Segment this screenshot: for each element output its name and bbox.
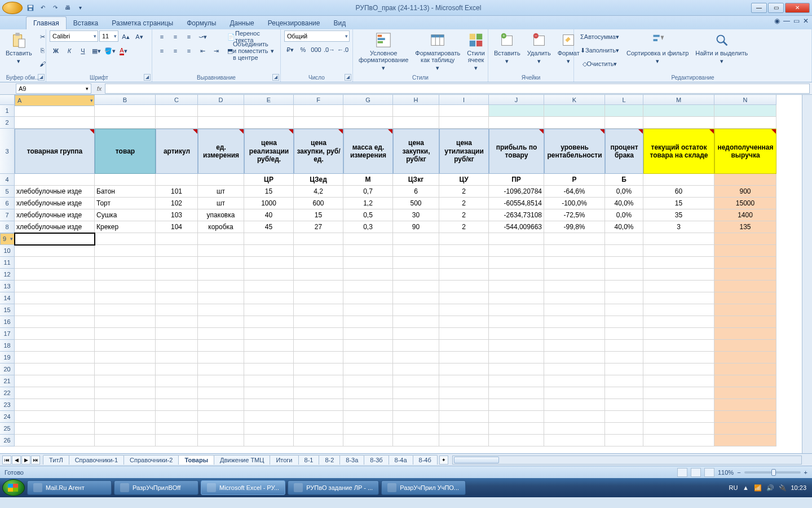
cell-K26[interactable]: [544, 435, 605, 446]
col-header-N[interactable]: N: [714, 95, 776, 104]
cell-K6[interactable]: -100,0%: [544, 198, 605, 209]
cell-L19[interactable]: [605, 352, 643, 364]
taskbar-item-2[interactable]: Microsoft Excel - РУ...: [201, 480, 285, 495]
row-header-16[interactable]: 16: [0, 316, 15, 328]
cell-G4[interactable]: М: [343, 174, 393, 186]
row-header-24[interactable]: 24: [0, 411, 15, 423]
italic-button[interactable]: К: [63, 45, 76, 57]
cell-G17[interactable]: [343, 328, 393, 340]
col-header-L[interactable]: L: [605, 95, 643, 104]
cell-J15[interactable]: [489, 304, 544, 316]
cell-H18[interactable]: [393, 340, 439, 352]
cell-M3[interactable]: текущий остаток товара на складе: [643, 129, 714, 174]
cell-F17[interactable]: [294, 328, 343, 340]
cell-H14[interactable]: [393, 292, 439, 304]
cell-J14[interactable]: [489, 292, 544, 304]
cell-A4[interactable]: [15, 174, 95, 186]
cell-C25[interactable]: [156, 423, 198, 435]
cell-C1[interactable]: [156, 105, 198, 117]
font-name-select[interactable]: Calibri: [50, 30, 98, 42]
cell-G10[interactable]: [343, 245, 393, 257]
cell-L6[interactable]: 40,0%: [605, 198, 643, 209]
cell-L7[interactable]: 0,0%: [605, 209, 643, 221]
cell-N8[interactable]: 135: [714, 221, 776, 233]
cell-J25[interactable]: [489, 423, 544, 435]
cell-styles-button[interactable]: Стили ячеек▾: [465, 30, 487, 72]
cell-F13[interactable]: [294, 281, 343, 292]
row-header-21[interactable]: 21: [0, 375, 15, 387]
zoom-in-icon[interactable]: +: [804, 469, 807, 476]
cell-I22[interactable]: [439, 387, 489, 399]
cell-J12[interactable]: [489, 269, 544, 281]
cell-M12[interactable]: [643, 269, 714, 281]
clear-button[interactable]: ◇ Очистить ▾: [577, 58, 622, 70]
col-header-E[interactable]: E: [244, 95, 294, 104]
cell-C18[interactable]: [156, 340, 198, 352]
cell-F11[interactable]: [294, 257, 343, 269]
cell-D22[interactable]: [198, 387, 244, 399]
close-doc-icon[interactable]: ✕: [803, 17, 809, 25]
cell-A15[interactable]: [15, 304, 95, 316]
cell-N23[interactable]: [714, 399, 776, 411]
cell-L26[interactable]: [605, 435, 643, 446]
maximize-button[interactable]: ▭: [768, 3, 784, 13]
cell-J22[interactable]: [489, 387, 544, 399]
cell-M11[interactable]: [643, 257, 714, 269]
cell-D16[interactable]: [198, 316, 244, 328]
cell-H13[interactable]: [393, 281, 439, 292]
taskbar-item-3[interactable]: РУПвО задание ЛР - ...: [288, 480, 379, 495]
cell-N4[interactable]: [714, 174, 776, 186]
cell-M1[interactable]: [643, 105, 714, 117]
office-button[interactable]: [2, 2, 23, 14]
cell-M5[interactable]: 60: [643, 186, 714, 198]
cell-M4[interactable]: [643, 174, 714, 186]
cell-F4[interactable]: ЦЗед: [294, 174, 343, 186]
cell-D4[interactable]: [198, 174, 244, 186]
cell-N14[interactable]: [714, 292, 776, 304]
border-icon[interactable]: ▦▾: [90, 45, 103, 57]
cell-G11[interactable]: [343, 257, 393, 269]
cell-D25[interactable]: [198, 423, 244, 435]
col-header-B[interactable]: B: [95, 95, 156, 104]
cell-F21[interactable]: [294, 375, 343, 387]
cell-G9[interactable]: [343, 233, 393, 245]
cell-A16[interactable]: [15, 316, 95, 328]
cell-D17[interactable]: [198, 328, 244, 340]
cell-G7[interactable]: 0,5: [343, 209, 393, 221]
cell-J18[interactable]: [489, 340, 544, 352]
cell-M21[interactable]: [643, 375, 714, 387]
paste-button[interactable]: Вставить▾: [3, 30, 34, 65]
cell-F15[interactable]: [294, 304, 343, 316]
cell-B3[interactable]: товар: [95, 129, 156, 174]
cell-K17[interactable]: [544, 328, 605, 340]
row-header-22[interactable]: 22: [0, 387, 15, 399]
cell-K25[interactable]: [544, 423, 605, 435]
cell-E11[interactable]: [244, 257, 294, 269]
cell-H10[interactable]: [393, 245, 439, 257]
cell-D18[interactable]: [198, 340, 244, 352]
cell-M23[interactable]: [643, 399, 714, 411]
cell-L17[interactable]: [605, 328, 643, 340]
cell-B20[interactable]: [95, 364, 156, 375]
cell-B12[interactable]: [95, 269, 156, 281]
sheet-tab-4[interactable]: Движение ТМЦ: [214, 455, 270, 465]
cell-I3[interactable]: цена утилизации руб/кг: [439, 129, 489, 174]
cell-D2[interactable]: [198, 117, 244, 129]
cell-M6[interactable]: 15: [643, 198, 714, 209]
cell-I1[interactable]: [439, 105, 489, 117]
cell-C26[interactable]: [156, 435, 198, 446]
cell-F12[interactable]: [294, 269, 343, 281]
cell-H1[interactable]: [393, 105, 439, 117]
row-header-2[interactable]: 2: [0, 117, 15, 129]
cell-F26[interactable]: [294, 435, 343, 446]
align-left-icon[interactable]: ≡: [156, 45, 168, 57]
cell-B26[interactable]: [95, 435, 156, 446]
sheet-tab-0[interactable]: ТитЛ: [43, 455, 69, 465]
cell-A18[interactable]: [15, 340, 95, 352]
cell-C16[interactable]: [156, 316, 198, 328]
cell-J4[interactable]: ПР: [489, 174, 544, 186]
number-dialog-icon[interactable]: ◢: [345, 74, 351, 81]
col-header-C[interactable]: C: [156, 95, 198, 104]
cell-F23[interactable]: [294, 399, 343, 411]
sheet-tab-2[interactable]: Справочники-2: [123, 455, 179, 465]
